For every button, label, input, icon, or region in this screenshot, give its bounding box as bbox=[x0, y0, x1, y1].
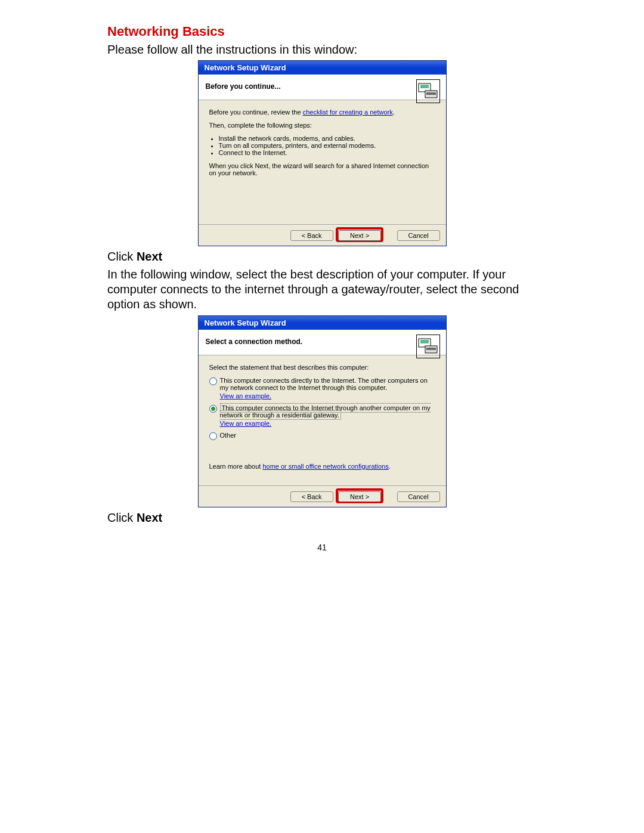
click-next-1: Click Next bbox=[107, 250, 537, 264]
select-statement: Select the statement that best describes… bbox=[209, 364, 435, 371]
radio-icon bbox=[209, 432, 217, 440]
wizard-header: Select a connection method. bbox=[199, 330, 446, 355]
learn-suffix: . bbox=[389, 463, 391, 470]
document-page: Networking Basics Please follow all the … bbox=[0, 0, 644, 576]
svg-rect-7 bbox=[426, 348, 436, 350]
learn-prefix: Learn more about bbox=[209, 463, 263, 470]
printer-network-icon bbox=[416, 335, 440, 358]
printer-network-icon bbox=[416, 79, 440, 103]
click-next-prefix: Click bbox=[107, 250, 137, 263]
click-next-2: Click Next bbox=[107, 511, 537, 525]
cancel-button[interactable]: Cancel bbox=[397, 230, 440, 241]
titlebar: Network Setup Wizard bbox=[199, 61, 446, 75]
radio-option-direct[interactable]: This computer connects directly to the I… bbox=[209, 377, 435, 391]
list-item: Connect to the Internet. bbox=[219, 149, 435, 156]
view-example-link[interactable]: View an example. bbox=[220, 420, 435, 427]
titlebar: Network Setup Wizard bbox=[199, 316, 446, 330]
svg-rect-3 bbox=[426, 92, 436, 95]
list-item: Install the network cards, modems, and c… bbox=[219, 135, 435, 142]
cancel-button[interactable]: Cancel bbox=[397, 491, 440, 502]
description-block: In the following window, select the best… bbox=[107, 267, 537, 312]
opt2-text-2: a residential gateway. bbox=[276, 411, 339, 419]
radio-label: This computer connects directly to the I… bbox=[220, 377, 428, 391]
next-button-highlight: Next > bbox=[336, 488, 383, 503]
section-title: Networking Basics bbox=[107, 24, 537, 39]
checklist-link[interactable]: checklist for creating a network bbox=[303, 109, 393, 116]
click-next-bold: Next bbox=[137, 250, 162, 263]
wizard-header-title: Select a connection method. bbox=[206, 337, 303, 346]
back-button[interactable]: < Back bbox=[290, 491, 333, 502]
wizard-window-1: Network Setup Wizard Before you continue… bbox=[198, 60, 447, 246]
view-example-link[interactable]: View an example. bbox=[220, 392, 435, 400]
review-prefix: Before you continue, review the bbox=[209, 109, 303, 116]
wizard-footer: < Back Next > Cancel bbox=[199, 485, 446, 507]
wizard-footer: < Back Next > Cancel bbox=[199, 224, 446, 246]
next-button[interactable]: Next > bbox=[338, 491, 381, 502]
back-button[interactable]: < Back bbox=[290, 230, 333, 241]
click-next-prefix: Click bbox=[107, 511, 137, 524]
radio-icon-selected bbox=[209, 405, 217, 413]
review-suffix: . bbox=[393, 109, 395, 116]
wizard-content: Select the statement that best describes… bbox=[199, 355, 446, 485]
svg-rect-5 bbox=[420, 340, 429, 343]
steps-list: Install the network cards, modems, and c… bbox=[219, 135, 435, 156]
radio-option-gateway[interactable]: This computer connects to the Internet t… bbox=[209, 404, 435, 419]
next-note: When you click Next, the wizard will sea… bbox=[209, 162, 435, 176]
intro-text: Please follow all the instructions in th… bbox=[107, 43, 537, 57]
next-button-highlight: Next > bbox=[336, 227, 383, 242]
click-next-bold: Next bbox=[137, 511, 162, 524]
wizard-header: Before you continue... bbox=[199, 75, 446, 100]
page-number: 41 bbox=[107, 543, 537, 552]
wizard-window-2: Network Setup Wizard Select a connection… bbox=[198, 315, 447, 507]
learn-more-link[interactable]: home or small office network configurati… bbox=[262, 463, 388, 470]
radio-icon bbox=[209, 377, 217, 385]
radio-label-focused: This computer connects to the Internet t… bbox=[220, 403, 431, 420]
list-item: Turn on all computers, printers, and ext… bbox=[219, 142, 435, 149]
wizard-content: Before you continue, review the checklis… bbox=[199, 100, 446, 224]
svg-rect-1 bbox=[420, 85, 429, 88]
radio-label: Other bbox=[220, 432, 237, 439]
radio-option-other[interactable]: Other bbox=[209, 432, 435, 439]
then-line: Then, complete the following steps: bbox=[209, 122, 435, 129]
next-button[interactable]: Next > bbox=[338, 230, 381, 241]
wizard-header-title: Before you continue... bbox=[206, 82, 281, 91]
